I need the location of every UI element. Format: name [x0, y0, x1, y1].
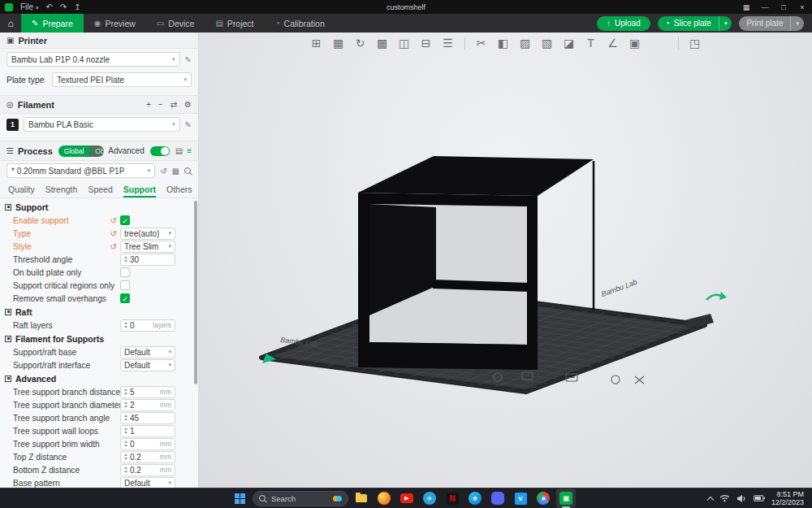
slice-plate-button[interactable]: ◔Slice plate▾	[658, 16, 732, 31]
color-paint-icon[interactable]: ▧	[539, 35, 555, 51]
export-icon[interactable]: ↥	[74, 0, 80, 14]
support-paint-icon[interactable]: ▨	[517, 35, 533, 51]
print-dropdown-caret[interactable]: ▾	[791, 20, 804, 27]
app-netflix[interactable]: N	[443, 488, 462, 508]
spinner-arrows[interactable]	[124, 322, 127, 328]
segment-global[interactable]: Global	[58, 145, 90, 157]
cut-icon[interactable]: ✂	[473, 35, 490, 51]
compare-preset-icon[interactable]: ▤	[175, 146, 183, 155]
tab-prepare[interactable]: ✎Prepare	[21, 14, 84, 33]
base-pattern-select[interactable]: Default▾	[120, 477, 175, 488]
global-objects-toggle[interactable]: Global Objects	[58, 145, 104, 157]
mesh-boolean-icon[interactable]: ◧	[495, 35, 512, 51]
seam-paint-icon[interactable]: ◪	[561, 35, 577, 51]
scene-canvas[interactable]: Bambu Lab Bambu Lab	[199, 33, 812, 488]
undo-icon[interactable]: ↶	[45, 0, 52, 14]
remove-filament-icon[interactable]: −	[158, 100, 163, 109]
tab-device[interactable]: ▭Device	[146, 14, 205, 33]
filament-preset-select[interactable]: Bambu PLA Basic▾	[24, 117, 180, 132]
bottom-z-distance-input[interactable]: 0.2mm	[120, 464, 175, 476]
hidden-icons-chevron[interactable]	[707, 496, 714, 502]
battery-icon[interactable]	[754, 495, 765, 501]
brim-width-input[interactable]: 0mm	[120, 438, 175, 450]
branch-angle-input[interactable]: 45	[120, 412, 175, 424]
text-shape-icon[interactable]: T	[583, 35, 599, 51]
minimize-button[interactable]: —	[760, 3, 770, 11]
spinner-arrows[interactable]	[124, 402, 127, 408]
reset-icon[interactable]: ↺	[110, 216, 117, 225]
variable-layer-height-icon[interactable]: ☰	[440, 35, 456, 51]
top-z-distance-input[interactable]: 0.2mm	[120, 451, 175, 463]
split-to-objects-icon[interactable]: ◫	[396, 35, 412, 51]
segment-objects[interactable]: Objects	[89, 145, 104, 157]
spinner-arrows[interactable]	[124, 389, 127, 395]
tab-quality[interactable]: Quality	[8, 185, 35, 194]
volume-icon[interactable]	[736, 494, 747, 503]
wall-loops-input[interactable]: 1	[120, 425, 175, 437]
sidebar-scrollbar[interactable]	[194, 201, 197, 384]
file-menu[interactable]: File ▾	[20, 0, 38, 15]
on-build-plate-only-checkbox[interactable]	[120, 267, 130, 277]
print-plate-button[interactable]: Print plate▾	[739, 16, 804, 31]
edit-printer-icon[interactable]: ✎	[185, 55, 192, 64]
advanced-toggle[interactable]	[150, 146, 170, 156]
app-file-explorer[interactable]	[352, 488, 371, 508]
printer-section-header[interactable]: ▣ Printer	[0, 33, 198, 49]
spinner-arrows[interactable]	[124, 428, 127, 434]
clock[interactable]: 8:51 PM 12/2/2023	[771, 490, 804, 507]
add-plate-icon[interactable]: ▦	[330, 35, 347, 51]
app-firefox[interactable]	[374, 488, 394, 508]
spinner-arrows[interactable]	[124, 415, 127, 421]
spinner-arrows[interactable]	[124, 467, 127, 473]
spinner-arrows[interactable]	[124, 441, 127, 447]
save-preset-icon[interactable]: ▦	[172, 167, 179, 176]
tab-support[interactable]: Support	[123, 185, 156, 194]
tab-others[interactable]: Others	[166, 185, 192, 194]
printer-preset-select[interactable]: Bambu Lab P1P 0.4 nozzle▾	[6, 52, 180, 67]
object-list-icon[interactable]: ≡	[187, 146, 192, 155]
app-youtube[interactable]: ▶	[397, 488, 417, 508]
branch-distance-input[interactable]: 5mm	[120, 386, 175, 398]
remove-small-overhangs-checkbox[interactable]	[120, 293, 130, 303]
app-edge[interactable]: e	[465, 488, 485, 508]
app-chrome[interactable]	[533, 488, 553, 508]
process-preset-select[interactable]: * 0.20mm Standard @BBL P1P▾	[6, 163, 155, 178]
tab-speed[interactable]: Speed	[88, 185, 112, 194]
support-raft-base-select[interactable]: Default▾	[120, 346, 175, 358]
spinner-arrows[interactable]	[124, 454, 127, 460]
support-critical-regions-checkbox[interactable]	[120, 280, 130, 290]
assembly-view-icon[interactable]: ◳	[687, 35, 703, 51]
threshold-angle-input[interactable]: 30	[120, 254, 175, 266]
measure-icon[interactable]: ∠	[605, 35, 621, 51]
split-to-parts-icon[interactable]: ⊟	[418, 35, 434, 51]
slice-dropdown-caret[interactable]: ▾	[719, 20, 732, 27]
auto-orient-icon[interactable]: ↻	[352, 35, 369, 51]
sync-preset-icon[interactable]: ↺	[160, 167, 166, 176]
sticker-icon[interactable]: ▣	[627, 35, 643, 51]
start-button[interactable]	[230, 488, 249, 508]
app-telegram[interactable]: ✈	[420, 488, 439, 508]
tab-preview[interactable]: ◉Preview	[84, 14, 146, 33]
raft-layers-input[interactable]: 0layers	[120, 319, 175, 332]
spinner-arrows[interactable]	[124, 256, 127, 263]
taskbar-search[interactable]: Search	[253, 491, 348, 506]
arrange-icon[interactable]: ▩	[374, 35, 391, 51]
app-discord[interactable]	[488, 488, 508, 508]
app-bambu-studio[interactable]: ▣	[556, 488, 576, 508]
edit-filament-icon[interactable]: ✎	[185, 120, 192, 129]
viewport-3d[interactable]: ⊞ ▦ ↻ ▩ ◫ ⊟ ☰ ✂ ◧ ▨ ▧ ◪ T ∠ ▣ ◳	[199, 33, 812, 488]
home-button[interactable]: ⌂	[0, 14, 21, 33]
branch-diameter-input[interactable]: 2mm	[120, 399, 175, 411]
redo-icon[interactable]: ↷	[60, 0, 67, 14]
support-raft-interface-select[interactable]: Default▾	[120, 359, 175, 371]
tab-calibration[interactable]: ◔Calibration	[265, 14, 335, 33]
reset-icon[interactable]: ↺	[110, 242, 117, 251]
wifi-icon[interactable]	[719, 494, 730, 502]
plate-type-select[interactable]: Textured PEI Plate▾	[52, 72, 192, 87]
add-object-icon[interactable]: ⊞	[309, 35, 325, 51]
flush-volumes-icon[interactable]: ⇄	[171, 100, 177, 109]
add-filament-icon[interactable]: +	[146, 100, 151, 109]
search-preset-icon[interactable]	[184, 167, 192, 175]
layout-icon[interactable]: ▦	[741, 3, 751, 11]
maximize-button[interactable]: □	[779, 3, 788, 11]
